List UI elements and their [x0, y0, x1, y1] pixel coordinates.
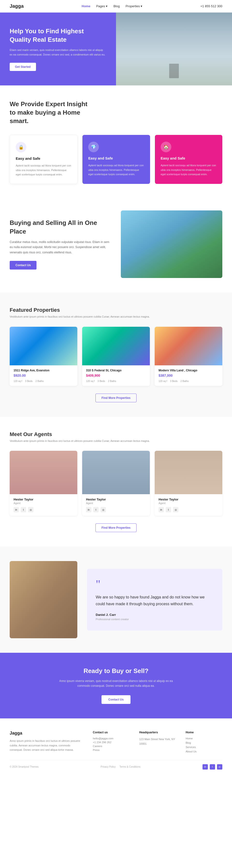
card-title-white: Easy and Safe — [16, 156, 71, 160]
privacy-link[interactable]: Privacy Policy — [100, 766, 116, 768]
card-icon-white: 🔒 — [16, 142, 26, 153]
buying-title: Buying and Selling All in One Place — [10, 219, 111, 236]
agent-name-2: Hester Taylor — [86, 498, 146, 501]
property-info-2: 310 S Federal St, Chicago $409,900 120 s… — [82, 365, 150, 386]
footer-copyright: © 2024 Smartpool Themes — [10, 766, 38, 768]
twitter-icon-3[interactable]: t — [166, 507, 171, 512]
agent-role-3: Agent — [158, 502, 219, 504]
property-image-2 — [82, 327, 150, 365]
prop-area-3: 120 sq f — [158, 380, 167, 382]
cta-title: Ready to Buy or Sell? — [10, 667, 222, 675]
footer-phone: +1 234 296 262 — [93, 741, 129, 744]
agent-role-1: Agent — [13, 502, 74, 504]
card-title-pink: Easy and Safe — [161, 156, 216, 160]
property-name-3: Modern Villa Land , Chicago — [158, 369, 219, 372]
property-info-1: 1511 Ridge Ave, Evanston $920.00 120 sq … — [10, 365, 77, 386]
cta-contact-button[interactable]: Contact Us — [102, 695, 130, 704]
card-title-purple: Easy and Safe — [88, 156, 144, 160]
card-easy-safe-pink: 🏠 Easy and Safe Aptent taciti sociosqu a… — [155, 135, 222, 184]
terms-link[interactable]: Terms & Conditions — [120, 766, 141, 768]
footer-link-services[interactable]: Services — [185, 746, 222, 749]
footer-top: Jagga Anno ipsum primis in faucibus orci… — [10, 731, 222, 753]
quote-icon: " — [96, 579, 214, 590]
featured-subtitle: Vestibulum ante ipsum primis in faucibus… — [10, 315, 222, 319]
buying-description: Curabitur metus risus, mollis sollicitud… — [10, 240, 111, 255]
featured-title: Featured Properties — [10, 307, 222, 313]
card-easy-safe-white: 🔒 Easy and Safe Aptent taciti sociosqu a… — [10, 135, 78, 184]
agent-social-1: in t ◎ — [13, 507, 74, 512]
instagram-icon-1[interactable]: ◎ — [28, 507, 33, 512]
linkedin-icon-2[interactable]: in — [86, 507, 91, 512]
footer-press[interactable]: Press — [93, 749, 129, 751]
testimonial-quote: We are so happy to have found Jagga and … — [96, 594, 214, 607]
footer-link-about[interactable]: About Us — [185, 750, 222, 753]
property-info-3: Modern Villa Land , Chicago $387,000 120… — [155, 365, 222, 386]
agent-photo-1 — [10, 451, 77, 494]
expert-title: We Provide Expert Insight to make buying… — [10, 100, 92, 125]
property-card-1: 1511 Ridge Ave, Evanston $920.00 120 sq … — [10, 327, 77, 386]
find-more-properties-button[interactable]: Find More Properties — [95, 394, 137, 402]
buying-contact-button[interactable]: Contact Us — [10, 261, 36, 270]
footer-twitter-icon[interactable]: t — [210, 764, 215, 770]
footer-about-text: Anno ipsum primis in faucibus orci luctu… — [10, 739, 83, 752]
buying-section: Buying and Selling All in One Place Cura… — [0, 196, 232, 292]
linkedin-icon-3[interactable]: in — [158, 507, 164, 512]
hero-section: Help You to Find Highest Quality Real Es… — [0, 12, 232, 86]
footer-links-heading: Home — [185, 731, 222, 734]
footer-careers[interactable]: Careers — [93, 745, 129, 748]
instagram-icon-2[interactable]: ◎ — [100, 507, 106, 512]
card-easy-safe-purple: 💎 Easy and Safe Aptent taciti sociosqu a… — [82, 135, 150, 184]
footer-hq-address: 123 Main Street New York, NY 10001 — [139, 737, 176, 746]
property-price-3: $387,000 — [158, 374, 219, 377]
footer-logo[interactable]: Jagga — [10, 731, 83, 736]
property-card-3: Modern Villa Land , Chicago $387,000 120… — [155, 327, 222, 386]
find-more-agents-button[interactable]: Find More Properties — [95, 523, 137, 532]
property-price-2: $409,900 — [86, 374, 146, 377]
card-icon-pink: 🏠 — [161, 142, 171, 152]
footer-about-col: Jagga Anno ipsum primis in faucibus orci… — [10, 731, 83, 753]
navbar: Jagga Home Pages ▾ Blog Properties ▾ +1 … — [0, 0, 232, 12]
cta-description: Anno ipsum viverra veniam, quis nostrud … — [58, 679, 174, 688]
prop-baths-1: 2 Baths — [35, 380, 44, 382]
footer-link-blog[interactable]: Blog — [185, 741, 222, 744]
buying-image — [121, 210, 222, 278]
cards-row: 🔒 Easy and Safe Aptent taciti sociosqu a… — [10, 135, 222, 184]
nav-logo[interactable]: Jagga — [10, 3, 24, 9]
property-name-1: 1511 Ridge Ave, Evanston — [13, 369, 74, 372]
cta-section: Ready to Buy or Sell? Anno ipsum viverra… — [0, 653, 232, 718]
agent-card-3: Hester Taylor Agent in t ◎ — [155, 451, 222, 516]
nav-link-home[interactable]: Home — [82, 4, 90, 8]
expert-section: We Provide Expert Insight to make buying… — [0, 86, 232, 196]
linkedin-icon-1[interactable]: in — [13, 507, 19, 512]
footer-contact-col: Contact us hello@jagga.com +1 234 296 26… — [93, 731, 129, 753]
buying-content: Buying and Selling All in One Place Cura… — [10, 219, 111, 270]
nav-phone: +1 855 512 300 — [200, 4, 222, 8]
nav-link-properties[interactable]: Properties ▾ — [125, 4, 142, 8]
properties-grid: 1511 Ridge Ave, Evanston $920.00 120 sq … — [10, 327, 222, 386]
testimonial-author: Daniel J. Carr Professional content crea… — [96, 613, 214, 621]
footer-instagram-icon[interactable]: ◎ — [217, 764, 222, 770]
twitter-icon-2[interactable]: t — [93, 507, 98, 512]
footer-email: hello@jagga.com — [93, 737, 129, 740]
prop-beds-1: 3 Beds — [25, 380, 33, 382]
prop-beds-3: 3 Beds — [170, 380, 178, 382]
agent-name-3: Hester Taylor — [158, 498, 219, 501]
instagram-icon-3[interactable]: ◎ — [173, 507, 178, 512]
prop-area-2: 120 sq f — [86, 380, 95, 382]
testimonial-section: " We are so happy to have found Jagga an… — [0, 547, 232, 653]
nav-link-pages[interactable]: Pages ▾ — [96, 4, 108, 8]
agents-subtitle: Vestibulum ante ipsum primis in faucibus… — [10, 439, 222, 443]
hero-image — [116, 12, 232, 86]
hero-cta-button[interactable]: Get Started — [10, 63, 36, 71]
find-more-container: Find More Properties — [10, 394, 222, 402]
nav-link-blog[interactable]: Blog — [113, 4, 120, 8]
agent-role-2: Agent — [86, 502, 146, 504]
property-price-1: $920.00 — [13, 374, 74, 377]
property-image-1 — [10, 327, 77, 365]
featured-section: Featured Properties Vestibulum ante ipsu… — [0, 292, 232, 417]
footer-linkedin-icon[interactable]: in — [203, 764, 208, 770]
twitter-icon-1[interactable]: t — [21, 507, 26, 512]
property-image-3 — [155, 327, 222, 365]
footer-link-home[interactable]: Home — [185, 737, 222, 740]
testimonial-photo — [10, 561, 77, 638]
